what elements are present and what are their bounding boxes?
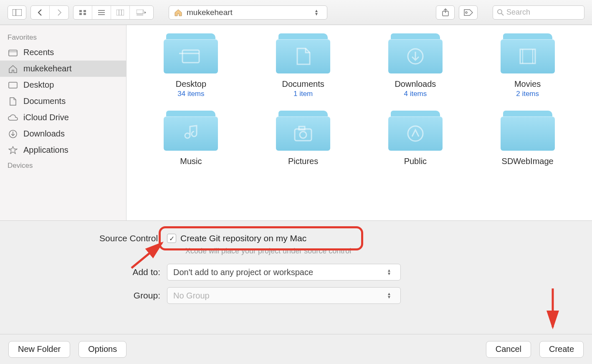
location-stepper-icon: ▲▼ [314, 9, 322, 16]
sidebar-item-applications[interactable]: Applications [0, 142, 126, 158]
sidebar-item-label: Documents [23, 96, 66, 106]
icon-view-button[interactable] [73, 6, 92, 19]
sidebar-item-recents[interactable]: Recents [0, 44, 126, 61]
folder-item[interactable]: Public [368, 111, 463, 167]
search-placeholder: Search [506, 8, 530, 17]
share-button[interactable] [436, 5, 455, 20]
folder-name: Public [404, 157, 427, 166]
folder-icon [388, 33, 443, 75]
source-control-hint: Xcode will place your project under sour… [185, 247, 592, 255]
folder-name: Documents [282, 79, 324, 89]
forward-button[interactable] [50, 6, 68, 19]
folder-item-count: 34 items [177, 90, 204, 98]
svg-point-31 [408, 126, 423, 141]
sidebar-item-label: mukekeheart [23, 64, 72, 73]
apps-icon [8, 146, 18, 155]
folder-item[interactable]: Music [143, 111, 239, 167]
svg-point-15 [466, 12, 467, 13]
folder-item[interactable]: Downloads 4 items [368, 33, 463, 98]
folder-icon [501, 33, 555, 75]
svg-rect-4 [79, 13, 82, 15]
list-view-button[interactable] [92, 6, 111, 19]
chevron-updown-icon: ▲▼ [387, 292, 395, 299]
svg-rect-0 [13, 9, 22, 16]
git-repo-checkbox-label: Create Git repository on my Mac [180, 233, 306, 243]
svg-rect-20 [9, 82, 17, 88]
sidebar-item-documents[interactable]: Documents [0, 93, 126, 109]
folder-item-count: 4 items [404, 90, 427, 98]
folder-name: Music [180, 157, 202, 166]
folder-item[interactable]: Desktop 34 items [143, 33, 239, 98]
folder-icon [388, 111, 443, 152]
sidebar-item-icloud[interactable]: iCloud Drive [0, 109, 126, 126]
folder-item[interactable]: SDWebImage [480, 111, 575, 167]
folder-name: Downloads [395, 79, 436, 89]
options-panel: Source Control: ✓ Create Git repository … [0, 220, 592, 364]
new-folder-button[interactable]: New Folder [8, 341, 70, 358]
sidebar-item-label: iCloud Drive [23, 113, 69, 122]
folder-name: Pictures [288, 157, 318, 166]
svg-rect-9 [116, 10, 124, 15]
chevron-updown-icon: ▲▼ [387, 269, 395, 276]
home-icon [174, 9, 182, 16]
svg-rect-28 [295, 129, 311, 141]
sidebar-item-label: Desktop [23, 80, 54, 90]
sidebar-heading-favorites: Favorites [0, 30, 126, 44]
sidebar-item-label: Applications [23, 145, 68, 155]
search-input[interactable]: Search [493, 5, 584, 20]
sidebar-heading-devices: Devices [0, 158, 126, 172]
svg-rect-3 [83, 10, 86, 12]
options-button[interactable]: Options [78, 341, 126, 358]
folder-name: Movies [514, 79, 541, 89]
svg-line-17 [501, 13, 503, 15]
documents-icon [8, 97, 18, 106]
add-to-label: Add to: [0, 267, 167, 277]
nav-buttons [30, 5, 69, 20]
back-button[interactable] [31, 6, 50, 19]
svg-point-16 [498, 10, 502, 14]
cloud-icon [8, 113, 18, 122]
tags-button[interactable] [459, 5, 478, 20]
group-label: Group: [0, 291, 167, 301]
file-browser: Desktop 34 items Documents 1 item Downlo… [126, 25, 592, 220]
sidebar-item-downloads[interactable]: Downloads [0, 126, 126, 142]
add-to-select[interactable]: Don't add to any project or workspace ▲▼ [167, 264, 401, 281]
folder-name: SDWebImage [502, 157, 554, 166]
folder-icon [276, 33, 330, 75]
git-repo-checkbox[interactable]: ✓ [167, 234, 176, 243]
folder-item-count: 2 items [516, 90, 539, 98]
folder-icon [501, 111, 555, 152]
add-to-value: Don't add to any project or workspace [173, 268, 313, 277]
svg-rect-12 [137, 10, 143, 14]
sidebar-item-desktop[interactable]: Desktop [0, 77, 126, 93]
search-icon [497, 9, 504, 16]
svg-rect-30 [299, 126, 305, 130]
location-label: mukekeheart [187, 8, 233, 17]
svg-rect-18 [9, 50, 17, 56]
toolbar: mukekeheart ▲▼ Search [0, 0, 592, 25]
sidebar-item-label: Recents [23, 48, 54, 57]
folder-item[interactable]: Movies 2 items [480, 33, 575, 98]
folder-item[interactable]: Pictures [256, 111, 351, 167]
folder-icon [164, 111, 218, 152]
svg-rect-22 [182, 50, 199, 63]
sidebar-item-home[interactable]: mukekeheart [0, 61, 126, 77]
view-mode-buttons [73, 5, 154, 20]
folder-icon [164, 33, 218, 75]
cancel-button[interactable]: Cancel [486, 341, 531, 358]
svg-rect-5 [83, 13, 86, 15]
gallery-view-button[interactable] [130, 6, 153, 19]
svg-rect-2 [79, 10, 82, 12]
folder-item[interactable]: Documents 1 item [256, 33, 351, 98]
sidebar-toggle-button[interactable] [8, 5, 26, 20]
source-control-label: Source Control: [0, 233, 167, 243]
create-button[interactable]: Create [539, 341, 584, 358]
group-select[interactable]: No Group ▲▼ [167, 287, 401, 304]
folder-item-count: 1 item [293, 90, 313, 98]
main-area: Favorites Recents mukekeheart Desktop Do… [0, 25, 592, 220]
folder-icon [276, 111, 330, 152]
footer: New Folder Options Cancel Create [0, 334, 592, 364]
downloads-icon [8, 129, 18, 139]
location-picker[interactable]: mukekeheart ▲▼ [169, 5, 327, 20]
column-view-button[interactable] [111, 6, 130, 19]
